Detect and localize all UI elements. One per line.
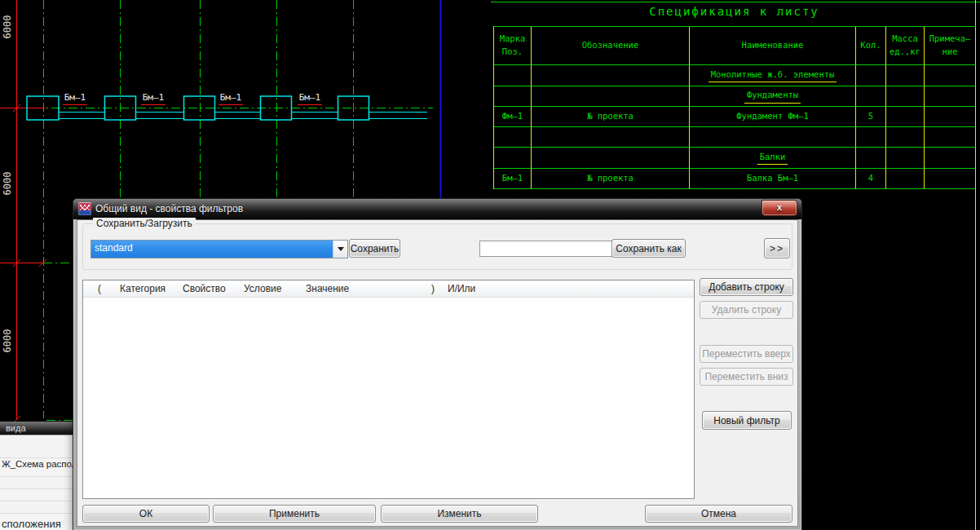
beam-tag: Бм—1: [137, 92, 170, 103]
move-down-button[interactable]: Переместить вниз: [700, 368, 793, 386]
groupbox-label: Сохранить/Загрузить: [93, 218, 196, 229]
spec-cell: [925, 127, 976, 148]
spec-header-cell: Кол.: [856, 27, 886, 65]
save-button[interactable]: Сохранить: [349, 239, 400, 258]
combobox-selected-value: standard: [91, 241, 333, 258]
filter-conditions-grid[interactable]: ( Категория Свойство Условие Значение ) …: [82, 280, 695, 499]
spec-cell: Балка Бм—1: [690, 169, 856, 189]
section-caption: Монолитные ж.б. элементы: [709, 68, 837, 83]
spec-cell: [886, 148, 925, 169]
spec-cell: [886, 107, 925, 127]
screen: 6000 6000 6000 Бм—1 Бм—1 Бм—1 Бм—1 Специ…: [0, 0, 980, 530]
spec-header-cell: Масса ед.,кг: [886, 27, 925, 65]
grid-header-and-or[interactable]: И/Или: [444, 283, 488, 294]
background-window-text: сположения: [2, 518, 61, 530]
row-divider: [0, 476, 73, 477]
grid-header-condition[interactable]: Условие: [240, 283, 302, 294]
chevron-down-icon: [338, 247, 344, 251]
spec-cell: [925, 169, 976, 189]
cancel-button[interactable]: Отмена: [645, 505, 792, 523]
ok-button[interactable]: ОК: [82, 505, 210, 523]
spec-cell: [925, 107, 976, 127]
spec-cell: [532, 86, 690, 107]
spec-header-cell: Обозначение: [532, 27, 690, 65]
spec-cell: Балки: [690, 148, 856, 169]
spec-cell: [690, 127, 856, 148]
drawing-list-item[interactable]: Ж_Схема распол: [2, 459, 73, 469]
edit-button[interactable]: Изменить: [381, 505, 538, 523]
background-window-titlebar[interactable]: вида: [0, 422, 73, 435]
spec-row: Бм—1 № проекта Балка Бм—1 4: [494, 169, 976, 189]
spec-row: [494, 127, 976, 148]
save-as-name-input[interactable]: [479, 241, 614, 257]
beam-tag: Бм—1: [294, 92, 326, 103]
spec-cell: Фундаменты: [690, 86, 856, 107]
beam-tag: Бм—1: [214, 92, 247, 103]
spec-cell: [886, 127, 925, 148]
spec-header-row: Марка Поз. Обозначение Наименование Кол.…: [494, 27, 976, 65]
spec-header-cell: Примеча— ние: [925, 27, 976, 65]
spec-row: Балки: [494, 148, 976, 169]
spec-cell: [494, 148, 532, 169]
spec-cell: Монолитные ж.б. элементы: [690, 65, 856, 86]
delete-row-button[interactable]: Удалить строку: [700, 301, 793, 319]
spec-cell: [494, 65, 532, 86]
expand-button[interactable]: >>: [764, 238, 790, 258]
apply-button[interactable]: Применить: [213, 505, 376, 523]
spec-cell: [856, 148, 886, 169]
grid-header-value[interactable]: Значение: [302, 283, 422, 294]
row-divider: [0, 488, 73, 489]
spec-cell: 5: [856, 107, 886, 127]
dimension-label: 6000: [2, 13, 13, 41]
spec-cell: [856, 86, 886, 107]
new-filter-button[interactable]: Новый фильтр: [702, 411, 792, 430]
grid-header-row: ( Категория Свойство Условие Значение ) …: [83, 280, 694, 298]
spec-cell: 4: [856, 169, 886, 189]
spec-cell: [532, 127, 690, 148]
spec-cell: № проекта: [532, 169, 690, 189]
filter-name-combobox[interactable]: standard: [90, 240, 348, 258]
grid-header-open-paren[interactable]: (: [83, 283, 116, 294]
spec-row: Фм—1 № проекта Фундамент Фм—1 5: [494, 107, 976, 127]
spec-cell: [925, 86, 976, 107]
filter-properties-dialog: Общий вид - свойства фильтров x Сохранит…: [73, 198, 802, 530]
spec-header-cell: Марка Поз.: [494, 27, 532, 65]
section-caption: Балки: [757, 151, 788, 166]
beam-tag: Бм—1: [59, 92, 91, 103]
spec-cell: Фундамент Фм—1: [690, 107, 856, 127]
spec-cell: [886, 65, 925, 86]
spec-cell: [856, 127, 886, 148]
spec-cell: [494, 86, 532, 107]
spec-cell: [532, 65, 690, 86]
grid-header-close-paren[interactable]: ): [422, 283, 444, 294]
move-up-button[interactable]: Переместить вверх: [700, 345, 793, 363]
add-row-button[interactable]: Добавить строку: [700, 278, 793, 296]
app-icon: [78, 202, 91, 215]
combobox-dropdown-button[interactable]: [333, 241, 347, 258]
section-caption: Фундаменты: [744, 89, 801, 104]
spec-cell: Фм—1: [494, 107, 532, 127]
spec-table-title: Спецификация к листу: [493, 5, 975, 18]
row-divider: [0, 501, 73, 501]
save-as-button[interactable]: Сохранить как: [611, 239, 686, 258]
spec-cell: [886, 86, 925, 107]
spec-table: Марка Поз. Обозначение Наименование Кол.…: [493, 26, 976, 189]
spec-row: Фундаменты: [494, 86, 976, 107]
spec-cell: [494, 127, 532, 148]
grid-header-property[interactable]: Свойство: [179, 283, 240, 294]
grid-header-category[interactable]: Категория: [116, 283, 179, 294]
background-panel: Ж_Схема распол сположения: [0, 435, 73, 530]
row-divider: [0, 457, 73, 458]
spec-cell: [925, 65, 976, 86]
dimension-label: 6000: [2, 327, 13, 355]
spec-cell: [886, 169, 925, 189]
spec-cell: [532, 148, 690, 169]
spec-cell: № проекта: [532, 107, 690, 127]
spec-header-cell: Наименование: [690, 27, 856, 65]
spec-cell: Бм—1: [494, 169, 532, 189]
dialog-titlebar[interactable]: Общий вид - свойства фильтров x: [73, 199, 801, 219]
spec-cell: [856, 65, 886, 86]
row-divider: [0, 513, 73, 514]
dialog-title: Общий вид - свойства фильтров: [95, 199, 243, 219]
close-button[interactable]: x: [761, 200, 797, 216]
